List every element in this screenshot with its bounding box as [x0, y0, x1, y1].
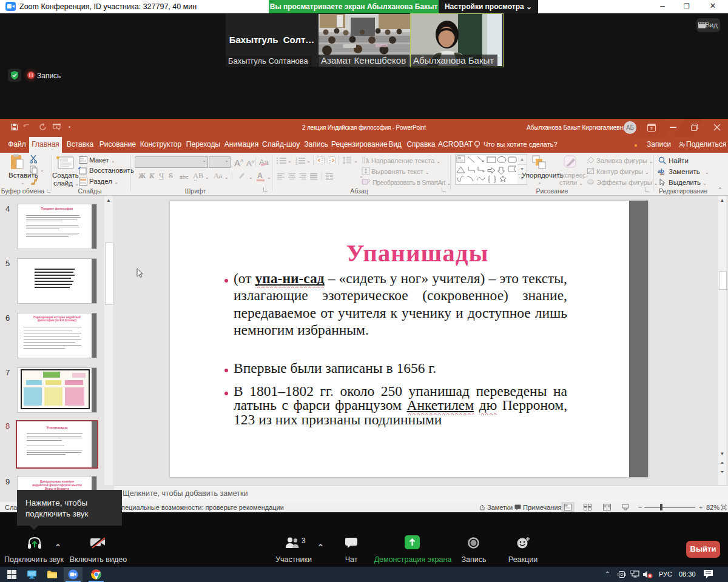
svg-text:A: A [366, 158, 370, 164]
svg-text:ac: ac [660, 172, 665, 175]
